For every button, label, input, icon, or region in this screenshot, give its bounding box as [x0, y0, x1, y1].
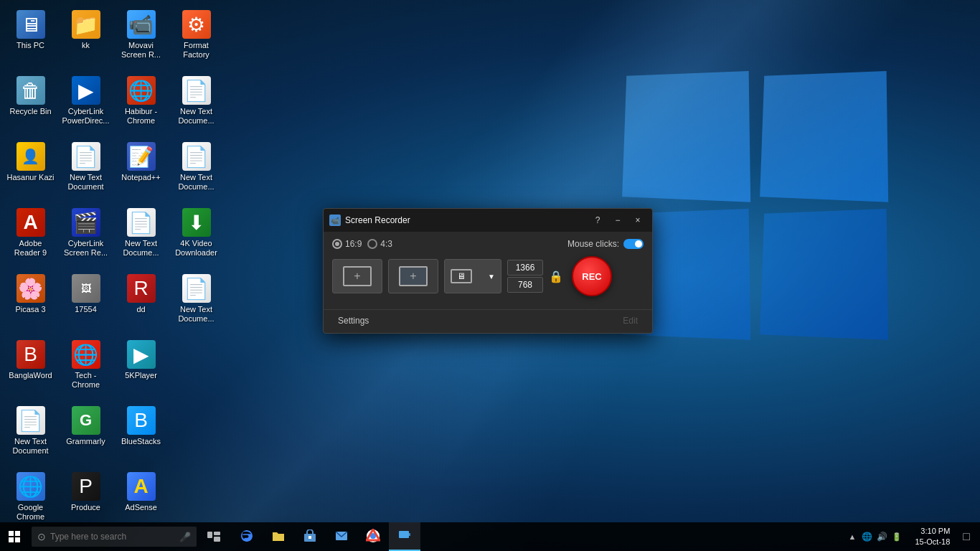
height-input[interactable]: [507, 277, 543, 293]
movavi-label: Movavi Screen R...: [117, 41, 165, 60]
svg-point-12: [371, 534, 375, 538]
icon-tech-chrome[interactable]: 🌐 Tech - Chrome: [59, 337, 113, 402]
movavi-icon: 📹: [127, 10, 156, 39]
icon-habibur-chrome[interactable]: 🌐 Habibur - Chrome: [114, 73, 168, 138]
region-capture-button[interactable]: +: [332, 259, 382, 293]
microphone-icon[interactable]: 🎤: [179, 532, 191, 542]
settings-button[interactable]: Settings: [332, 314, 374, 327]
hasanur-kazi-label: Hasanur Kazi: [6, 173, 54, 182]
recorder-close-button[interactable]: ×: [629, 213, 646, 227]
new-text-doc5-label: New Text Docume...: [172, 305, 220, 324]
taskbar-chrome-icon[interactable]: [357, 522, 389, 551]
icon-dd[interactable]: R dd: [114, 271, 168, 336]
task-view-button[interactable]: [199, 522, 228, 551]
webcam-icon: 🖥: [451, 269, 472, 283]
taskbar-store-icon[interactable]: [294, 522, 326, 551]
show-hidden-icons-button[interactable]: ▲: [846, 532, 859, 541]
recycle-bin-icon: 🗑: [17, 76, 45, 105]
icon-picasa[interactable]: 🌸 Picasa 3: [4, 271, 57, 336]
icon-new-text-doc6[interactable]: 📄 New Text Document: [4, 403, 57, 468]
icon-kk[interactable]: 📁 kk: [59, 7, 113, 72]
recorder-app-icon: 📹: [329, 215, 341, 226]
lock-aspect-ratio-icon[interactable]: 🔒: [549, 270, 563, 283]
taskbar-edge-icon[interactable]: [231, 522, 263, 551]
icon-this-pc[interactable]: 🖥 This PC: [4, 7, 57, 72]
edit-button[interactable]: Edit: [617, 314, 644, 327]
taskbar-clock[interactable]: 3:10 PM 15-Oct-18: [909, 526, 956, 548]
17554-label: 17554: [75, 305, 97, 314]
rec-button[interactable]: REC: [572, 256, 612, 296]
hasanur-kazi-icon: 👤: [17, 142, 45, 171]
bluestacks-label: BlueStacks: [121, 437, 161, 446]
region-capture-icon: +: [343, 266, 372, 286]
icon-notepadpp[interactable]: 📝 Notepad++: [114, 139, 168, 204]
taskbar-screen-recorder-icon[interactable]: [389, 522, 420, 551]
banglaword-icon: B: [17, 340, 45, 369]
fullscreen-capture-button[interactable]: +: [388, 259, 438, 293]
battery-icon[interactable]: 🔋: [890, 532, 903, 542]
icon-new-text-doc5[interactable]: 📄 New Text Docume...: [169, 271, 223, 336]
action-center-button[interactable]: □: [958, 530, 974, 543]
habibur-chrome-label: Habibur - Chrome: [117, 107, 165, 126]
volume-icon[interactable]: 🔊: [875, 532, 889, 542]
rec-label: REC: [582, 271, 601, 282]
picasa-icon: 🌸: [17, 274, 45, 303]
taskbar-mail-icon[interactable]: [326, 522, 357, 551]
taskbar-explorer-icon[interactable]: [263, 522, 294, 551]
icon-new-text-doc2[interactable]: 📄 New Text Document: [59, 139, 113, 204]
icon-hasanur-kazi[interactable]: 👤 Hasanur Kazi: [4, 139, 57, 204]
this-pc-icon: 🖥: [17, 10, 45, 39]
icon-adobe-reader[interactable]: A Adobe Reader 9: [4, 205, 57, 270]
adobe-reader-icon: A: [17, 208, 45, 237]
recorder-body: 16:9 4:3 Mouse clicks: +: [324, 232, 652, 303]
icon-5kplayer[interactable]: ▶ 5KPlayer: [114, 337, 168, 402]
new-text-doc6-label: New Text Document: [6, 437, 55, 456]
picasa-label: Picasa 3: [15, 305, 45, 314]
kk-label: kk: [82, 41, 90, 50]
icon-movavi[interactable]: 📹 Movavi Screen R...: [114, 7, 168, 72]
taskbar-search-box[interactable]: ⊙ 🎤: [32, 527, 197, 547]
produce-icon: P: [72, 472, 100, 501]
produce-label: Produce: [71, 503, 100, 512]
width-input[interactable]: [507, 260, 543, 276]
recorder-minimize-button[interactable]: −: [609, 213, 626, 227]
taskbar-time-display: 3:10 PM: [915, 526, 950, 537]
icon-grammarly[interactable]: G Grammarly: [59, 403, 113, 468]
start-button[interactable]: [0, 522, 29, 551]
ratio-16-9-radio[interactable]: [332, 239, 342, 249]
recorder-help-button[interactable]: ?: [589, 213, 606, 227]
ratio-4-3-option[interactable]: 4:3: [367, 239, 392, 249]
ratio-4-3-radio[interactable]: [367, 239, 377, 249]
new-text-doc1-label: New Text Docume...: [172, 107, 220, 126]
tech-chrome-label: Tech - Chrome: [62, 371, 110, 390]
notepadpp-label: Notepad++: [121, 173, 160, 182]
taskbar: ⊙ 🎤: [0, 522, 980, 551]
ratio-16-9-option[interactable]: 16:9: [332, 239, 362, 249]
network-icon[interactable]: 🌐: [860, 532, 874, 542]
icon-new-text-doc3[interactable]: 📄 New Text Docume...: [169, 139, 223, 204]
cyberlink-pd-icon: ▶: [72, 76, 100, 105]
svg-rect-4: [207, 532, 212, 538]
svg-rect-14: [409, 533, 410, 536]
mouse-clicks-toggle[interactable]: [623, 239, 644, 249]
icon-new-text-doc1[interactable]: 📄 New Text Docume...: [169, 73, 223, 138]
icon-bluestacks[interactable]: B BlueStacks: [114, 403, 168, 468]
icon-cyberlink-screen[interactable]: 🎬 CyberLink Screen Re...: [59, 205, 113, 270]
icon-new-text-doc4[interactable]: 📄 New Text Docume...: [114, 205, 168, 270]
taskbar-search-input[interactable]: [50, 532, 175, 542]
icon-17554[interactable]: 🖼 17554: [59, 271, 113, 336]
icon-cyberlink-pd[interactable]: ▶ CyberLink PowerDirec...: [59, 73, 113, 138]
habibur-chrome-icon: 🌐: [127, 76, 156, 105]
recorder-controls: + + 🖥 ▼: [332, 256, 644, 296]
icon-4k-downloader[interactable]: ⬇ 4K Video Downloader: [169, 205, 223, 270]
cyberlink-screen-label: CyberLink Screen Re...: [62, 239, 110, 258]
webcam-dropdown-arrow[interactable]: ▼: [488, 273, 495, 281]
banglaword-label: BanglaWord: [9, 371, 52, 380]
fullscreen-plus-icon: +: [410, 270, 416, 283]
webcam-button[interactable]: 🖥 ▼: [444, 259, 501, 293]
icon-banglaword[interactable]: B BanglaWord: [4, 337, 57, 402]
svg-rect-0: [9, 531, 14, 536]
icon-recycle-bin[interactable]: 🗑 Recycle Bin: [4, 73, 57, 138]
icon-format-factory[interactable]: ⚙ Format Factory: [169, 7, 223, 72]
new-text-doc4-label: New Text Docume...: [117, 239, 165, 258]
